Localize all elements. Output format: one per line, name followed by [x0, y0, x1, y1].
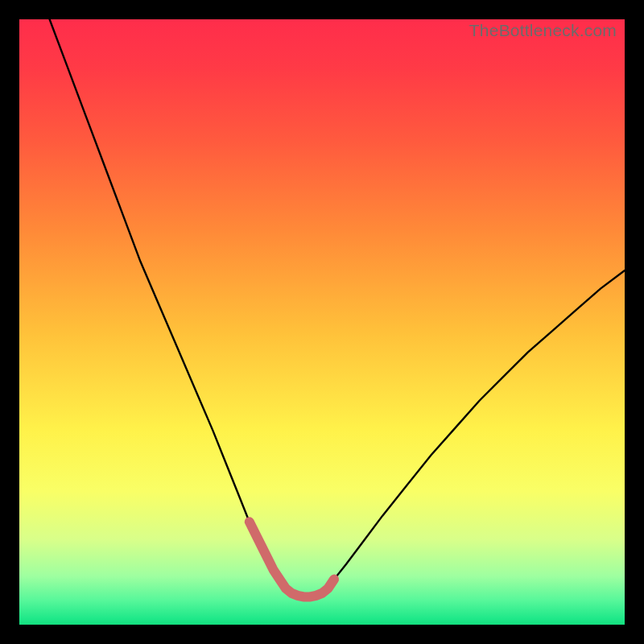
chart-svg [19, 19, 625, 625]
bottleneck-curve [50, 19, 625, 597]
outer-frame: TheBottleneck.com [0, 0, 644, 644]
plot-area: TheBottleneck.com [19, 19, 625, 625]
bottleneck-highlight [250, 522, 334, 597]
watermark-text: TheBottleneck.com [469, 21, 617, 40]
